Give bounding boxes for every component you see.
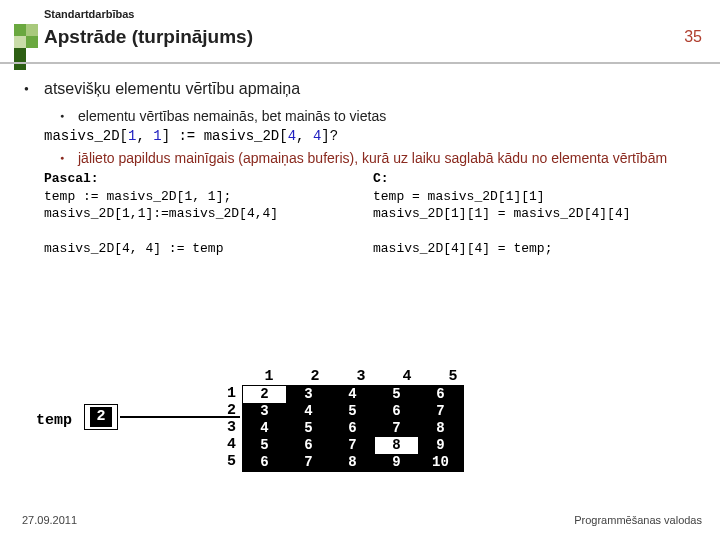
matrix: 2 3 4 5 6 3 4 5 6 7 4 5 bbox=[242, 385, 464, 472]
temp-value: 2 bbox=[90, 407, 112, 427]
c-code: C: temp = masivs_2D[1][1] masivs_2D[1][1… bbox=[373, 170, 702, 258]
header-rule bbox=[0, 62, 720, 64]
pre-title: Standartdarbības bbox=[44, 8, 134, 20]
bullet-level1: atsevišķu elementu vērtību apmaiņa bbox=[30, 80, 702, 98]
footer-source: Programmēšanas valodas bbox=[574, 514, 702, 526]
code-columns: Pascal: temp := masivs_2D[1, 1]; masivs_… bbox=[44, 170, 702, 258]
matrix-col-headers: 1 2 3 4 5 bbox=[246, 368, 476, 385]
code-top: masivs_2D[1, 1] := masivs_2D[4, 4]? bbox=[44, 128, 702, 144]
footer-date: 27.09.2011 bbox=[22, 514, 77, 526]
page-number: 35 bbox=[684, 28, 702, 46]
matrix-cell-hi: 2 bbox=[243, 386, 287, 403]
pascal-code: Pascal: temp := masivs_2D[1, 1]; masivs_… bbox=[44, 170, 373, 258]
bullet-level2-b: jālieto papildus mainīgais (apmaiņas buf… bbox=[64, 150, 702, 166]
matrix-cell-hi: 8 bbox=[375, 437, 419, 454]
slide-header: Standartdarbības Apstrāde (turpinājums) … bbox=[0, 0, 720, 62]
slide: Standartdarbības Apstrāde (turpinājums) … bbox=[0, 0, 720, 540]
figure: temp 2 1 2 3 4 5 1 2 3 4 5 bbox=[36, 356, 676, 476]
c-column: C: temp = masivs_2D[1][1] masivs_2D[1][1… bbox=[373, 170, 702, 258]
temp-label: temp bbox=[36, 412, 72, 429]
matrix-wrap: 1 2 3 4 5 1 2 3 4 5 2 3 4 bbox=[218, 368, 476, 472]
matrix-row-headers: 1 2 3 4 5 bbox=[218, 385, 236, 472]
slide-title: Apstrāde (turpinājums) bbox=[44, 26, 253, 48]
temp-box: 2 bbox=[84, 404, 118, 430]
pascal-column: Pascal: temp := masivs_2D[1, 1]; masivs_… bbox=[44, 170, 373, 258]
bullet-level2-a: elementu vērtības nemainās, bet mainās t… bbox=[64, 108, 702, 124]
slide-content: atsevišķu elementu vērtību apmaiņa eleme… bbox=[30, 80, 702, 258]
